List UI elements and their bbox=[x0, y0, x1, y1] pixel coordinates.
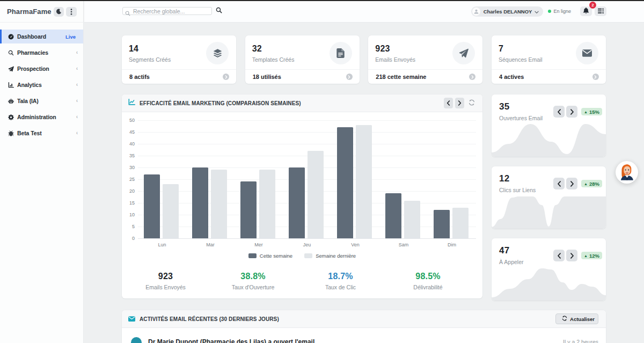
gridline bbox=[138, 238, 476, 239]
chart-stat-open-rate: 38.8% Taux d'Ouverture bbox=[209, 272, 297, 290]
bar-Semaine dernière-Sam bbox=[404, 201, 420, 238]
window-top-edge bbox=[0, 0, 644, 1]
activity-menu-button[interactable] bbox=[595, 6, 606, 16]
bell-icon bbox=[583, 7, 589, 16]
bar-Cette semaine-Dim bbox=[434, 210, 450, 238]
bar-Semaine dernière-Ven bbox=[356, 125, 372, 238]
online-status-label: En ligne bbox=[553, 9, 571, 14]
sidebar: PharmaFame Dashboard Live Pharmacies ‹ P… bbox=[0, 1, 84, 343]
chart-prev-button[interactable] bbox=[444, 98, 453, 108]
y-axis-label: 5 bbox=[122, 224, 135, 229]
stat-card-footer[interactable]: 8 actifs bbox=[122, 69, 236, 84]
global-search bbox=[122, 7, 222, 15]
mini-cards-column: 35 Ouvertures Email ▲15% 12 Clics sur Li… bbox=[492, 94, 606, 301]
y-axis-label: 30 bbox=[122, 165, 135, 170]
sidebar-item-beta-test[interactable]: Beta Test ‹ bbox=[0, 126, 83, 140]
sidebar-item-administration[interactable]: Administration ‹ bbox=[0, 110, 83, 124]
gridline bbox=[138, 227, 476, 227]
stat-footer-text: 18 utilisés bbox=[253, 74, 281, 80]
search-input[interactable] bbox=[122, 7, 212, 15]
stat-card-footer[interactable]: 4 actives bbox=[492, 69, 606, 84]
paper-plane-icon bbox=[8, 66, 14, 72]
activities-header: ACTIVITÉS EMAIL RÉCENTES (30 DERNIERS JO… bbox=[122, 310, 606, 328]
sidebar-item-analytics[interactable]: Analytics ‹ bbox=[0, 78, 83, 92]
search-icon bbox=[8, 50, 14, 56]
envelope-icon bbox=[128, 314, 135, 324]
gridline bbox=[138, 215, 476, 215]
chart-stat-value: 38.8% bbox=[209, 272, 297, 281]
chart-card-header: EFFICACITÉ EMAIL MARKETING (COMPARAISON … bbox=[122, 94, 482, 112]
chart-next-button[interactable] bbox=[455, 98, 464, 108]
bar-Semaine dernière-Mar bbox=[211, 170, 227, 238]
user-menu-button[interactable]: Charles DELANNOY bbox=[471, 6, 544, 17]
chart-stat-value: 98.5% bbox=[384, 272, 472, 281]
x-axis-label: Ven bbox=[331, 242, 379, 247]
assistant-avatar-button[interactable] bbox=[616, 161, 638, 184]
legend-item[interactable]: Semaine dernière bbox=[304, 253, 356, 259]
y-axis-label: 35 bbox=[122, 153, 135, 158]
sidebar-menu-button[interactable] bbox=[66, 7, 77, 17]
online-status: En ligne bbox=[548, 9, 571, 14]
notifications-button[interactable]: 2 bbox=[580, 6, 592, 16]
stat-cards-row: 14 Segments Créés 8 actifs 32 Templates … bbox=[122, 35, 606, 84]
stat-footer-text: 8 actifs bbox=[129, 74, 150, 80]
mini-card-clicks: 12 Clics sur Liens ▲28% bbox=[492, 166, 606, 229]
bar-Cette semaine-Mar bbox=[192, 167, 208, 238]
search-submit-button[interactable] bbox=[216, 7, 222, 15]
mini-card-label: À Appeler bbox=[492, 256, 606, 265]
chart-legend: Cette semaineSemaine dernière bbox=[122, 253, 482, 259]
x-axis-label: Mar bbox=[186, 242, 235, 247]
stat-card-footer[interactable]: 18 utilisés bbox=[245, 69, 360, 84]
bar-Semaine dernière-Jeu bbox=[308, 151, 324, 238]
refresh-icon bbox=[562, 316, 567, 322]
chart-stat-deliverability: 98.5% Délivrabilité bbox=[384, 272, 472, 290]
sidebar-item-dashboard[interactable]: Dashboard Live bbox=[0, 30, 83, 43]
chart-stat-value: 18.7% bbox=[297, 272, 384, 281]
legend-swatch bbox=[304, 253, 312, 258]
bar-Cette semaine-Jeu bbox=[289, 167, 305, 238]
chart-stat-click-rate: 18.7% Taux de Clic bbox=[297, 272, 384, 290]
sparkline-area-chart bbox=[492, 120, 606, 157]
refresh-activities-button[interactable]: Actualiser bbox=[555, 313, 598, 324]
sidebar-item-pharmacies[interactable]: Pharmacies ‹ bbox=[0, 46, 83, 60]
bar-Cette semaine-Lun bbox=[144, 174, 160, 238]
activity-row[interactable]: Dr Marie Dupont (Pharmacie des Lilas) a … bbox=[122, 328, 606, 343]
gridline bbox=[138, 144, 476, 144]
dashboard-gauge-icon bbox=[8, 34, 14, 40]
sidebar-item-label: Administration bbox=[17, 114, 76, 120]
bar-Semaine dernière-Lun bbox=[163, 184, 179, 238]
gear-icon bbox=[8, 114, 14, 120]
legend-item[interactable]: Cette semaine bbox=[248, 253, 292, 259]
sidebar-item-prospection[interactable]: Prospection ‹ bbox=[0, 62, 83, 76]
y-axis-label: 0 bbox=[122, 236, 135, 241]
stat-card-footer[interactable]: 218 cette semaine bbox=[368, 69, 482, 84]
gridline bbox=[138, 167, 476, 168]
bar-Cette semaine-Mer bbox=[240, 181, 257, 238]
robot-icon bbox=[8, 98, 14, 104]
legend-label: Semaine dernière bbox=[316, 253, 356, 259]
chevron-left-icon: ‹ bbox=[76, 82, 78, 87]
gridline bbox=[138, 203, 476, 203]
mini-card-label: Ouvertures Email bbox=[492, 112, 606, 121]
arrow-circle-icon bbox=[592, 74, 599, 80]
sparkline-path bbox=[492, 268, 606, 301]
x-axis-label: Jeu bbox=[283, 242, 331, 247]
dark-mode-toggle[interactable] bbox=[54, 7, 64, 17]
chevron-left-icon: ‹ bbox=[76, 114, 78, 120]
contact-avatar bbox=[131, 337, 142, 343]
refresh-button-label: Actualiser bbox=[570, 316, 595, 322]
kebab-icon bbox=[70, 9, 72, 15]
y-axis-label: 45 bbox=[122, 129, 135, 135]
bar-Cette semaine-Sam bbox=[385, 193, 401, 238]
stat-footer-text: 4 actives bbox=[499, 74, 524, 80]
stat-card-sequences: 7 Séquences Email 4 actives bbox=[492, 35, 606, 84]
sidebar-item-label: Analytics bbox=[17, 82, 76, 88]
chart-stat-label: Délivrabilité bbox=[384, 284, 472, 290]
bug-icon bbox=[8, 130, 14, 136]
sidebar-item-tala-ia[interactable]: Tala (IA) ‹ bbox=[0, 94, 83, 108]
chevron-left-icon: ‹ bbox=[76, 98, 78, 104]
brand-logo: PharmaFame bbox=[7, 8, 52, 16]
stat-card-segments: 14 Segments Créés 8 actifs bbox=[122, 35, 236, 84]
activity-time: Il y a 2 heures bbox=[563, 337, 598, 343]
chart-refresh-button[interactable] bbox=[469, 99, 475, 107]
